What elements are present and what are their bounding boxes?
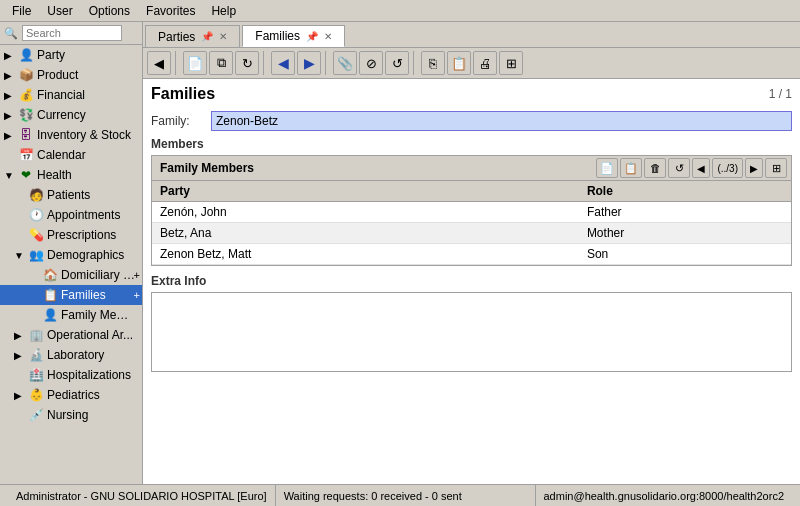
form-toolbar: ◀ 📄 ⧉ ↻ ◀ ▶ 📎 ⊘ ↺ ⎘ 📋 🖨 ⊞: [143, 48, 800, 79]
sidebar-item-product[interactable]: ▶ 📦 Product: [0, 65, 142, 85]
undo-button[interactable]: ↺: [385, 51, 409, 75]
expand-icon: ▶: [4, 110, 18, 121]
sidebar-item-label: Product: [37, 68, 138, 82]
table-copy-btn[interactable]: 📋: [620, 158, 642, 178]
form-body: Family: document.querySelector('[data-na…: [143, 107, 800, 484]
family-members-table-container: Family Members 📄 📋 🗑 ↺ ◀ (../3) ▶ ⊞: [151, 155, 792, 266]
tab-families-close[interactable]: ✕: [324, 31, 332, 42]
search-icon: 🔍: [4, 27, 18, 40]
sidebar-item-laboratory[interactable]: ▶ 🔬 Laboratory: [0, 345, 142, 365]
tab-parties-label: Parties: [158, 30, 195, 44]
tab-families-pin: 📌: [306, 31, 318, 42]
sidebar-item-label: Calendar: [37, 148, 138, 162]
menu-file[interactable]: File: [4, 2, 39, 20]
toolbar-sep-4: [413, 51, 417, 75]
patients-icon: 🧑: [28, 187, 44, 203]
sidebar-item-label: Domiciliary Un...: [61, 268, 138, 282]
menu-help[interactable]: Help: [203, 2, 244, 20]
table-new-btn[interactable]: 📄: [596, 158, 618, 178]
sidebar-item-pediatrics[interactable]: ▶ 👶 Pediatrics: [0, 385, 142, 405]
expand-icon: ▶: [4, 70, 18, 81]
sidebar-item-label: Demographics: [47, 248, 138, 262]
cell-party: Betz, Ana: [152, 223, 579, 244]
cell-party: Zenon Betz, Matt: [152, 244, 579, 265]
sidebar-item-label: Hospitalizations: [47, 368, 138, 382]
table-expand-btn[interactable]: ⊞: [765, 158, 787, 178]
inventory-icon: 🗄: [18, 127, 34, 143]
sidebar-item-label: Operational Ar...: [47, 328, 138, 342]
grid-button[interactable]: ⊞: [499, 51, 523, 75]
menu-options[interactable]: Options: [81, 2, 138, 20]
sidebar-item-hospitalizations[interactable]: ▶ 🏥 Hospitalizations: [0, 365, 142, 385]
sidebar-item-label: Pediatrics: [47, 388, 138, 402]
sidebar-item-calendar[interactable]: ▶ 📅 Calendar: [0, 145, 142, 165]
status-right: admin@health.gnusolidario.org:8000/healt…: [536, 485, 793, 506]
cell-role: Father: [579, 202, 791, 223]
sidebar-item-label: Appointments: [47, 208, 138, 222]
back-button[interactable]: ◀: [147, 51, 171, 75]
menu-favorites[interactable]: Favorites: [138, 2, 203, 20]
sidebar-item-label: Nursing: [47, 408, 138, 422]
add-families-icon[interactable]: +: [134, 289, 140, 301]
table-next-btn[interactable]: ▶: [745, 158, 763, 178]
members-section: Members: [151, 137, 792, 151]
expand-icon: ▼: [4, 170, 18, 181]
sidebar: 🔍 ▶ 👤 Party ▶ 📦 Product ▶ 💰 Financial ▶ …: [0, 22, 143, 484]
sidebar-item-operational[interactable]: ▶ 🏢 Operational Ar...: [0, 325, 142, 345]
sidebar-item-prescriptions[interactable]: ▶ 💊 Prescriptions: [0, 225, 142, 245]
duplicate-button[interactable]: ⧉: [209, 51, 233, 75]
extra-label: Extra Info: [151, 274, 792, 288]
expand-icon: ▶: [14, 330, 28, 341]
product-icon: 📦: [18, 67, 34, 83]
table-prev-btn[interactable]: ◀: [692, 158, 710, 178]
sidebar-item-nursing[interactable]: ▶ 💉 Nursing: [0, 405, 142, 425]
tab-parties[interactable]: Parties 📌 ✕: [145, 25, 240, 47]
content-area: Parties 📌 ✕ Families 📌 ✕ ◀ 📄 ⧉ ↻ ◀ ▶: [143, 22, 800, 484]
sidebar-item-label: Prescriptions: [47, 228, 138, 242]
status-left: Administrator - GNU SOLIDARIO HOSPITAL […: [8, 485, 276, 506]
tab-families[interactable]: Families 📌 ✕: [242, 25, 345, 47]
refresh-button[interactable]: ↻: [235, 51, 259, 75]
sidebar-item-demographics[interactable]: ▼ 👥 Demographics: [0, 245, 142, 265]
expand-icon: ▶: [4, 130, 18, 141]
demographics-icon: 👥: [28, 247, 44, 263]
page-count: 1 / 1: [769, 87, 792, 101]
financial-icon: 💰: [18, 87, 34, 103]
table-delete-btn[interactable]: 🗑: [644, 158, 666, 178]
paste-button[interactable]: 📋: [447, 51, 471, 75]
sidebar-item-appointments[interactable]: ▶ 🕐 Appointments: [0, 205, 142, 225]
table-row[interactable]: Zenón, JohnFather: [152, 202, 791, 223]
sidebar-item-currency[interactable]: ▶ 💱 Currency: [0, 105, 142, 125]
familymembers-icon: 👤: [42, 307, 58, 323]
extra-section: Extra Info: [151, 274, 792, 372]
print-button[interactable]: 🖨: [473, 51, 497, 75]
menubar: File User Options Favorites Help: [0, 0, 800, 22]
sidebar-item-domiciliary[interactable]: ▶ 🏠 Domiciliary Un... +: [0, 265, 142, 285]
sidebar-item-families[interactable]: ▶ 📋 Families +: [0, 285, 142, 305]
family-input[interactable]: [211, 111, 792, 131]
tab-parties-pin: 📌: [201, 31, 213, 42]
menu-user[interactable]: User: [39, 2, 80, 20]
sidebar-item-health[interactable]: ▼ ❤ Health: [0, 165, 142, 185]
next-button[interactable]: ▶: [297, 51, 321, 75]
attach-button[interactable]: 📎: [333, 51, 357, 75]
sidebar-item-label: Families: [61, 288, 138, 302]
table-undo-btn[interactable]: ↺: [668, 158, 690, 178]
sidebar-search[interactable]: [22, 25, 122, 41]
tab-parties-close[interactable]: ✕: [219, 31, 227, 42]
add-icon[interactable]: +: [134, 269, 140, 281]
prev-button[interactable]: ◀: [271, 51, 295, 75]
expand-icon: ▶: [14, 390, 28, 401]
sidebar-item-inventory[interactable]: ▶ 🗄 Inventory & Stock: [0, 125, 142, 145]
sidebar-item-familymembers[interactable]: ▶ 👤 Family Membe...: [0, 305, 142, 325]
sidebar-item-financial[interactable]: ▶ 💰 Financial: [0, 85, 142, 105]
table-row[interactable]: Zenon Betz, MattSon: [152, 244, 791, 265]
sidebar-item-patients[interactable]: ▶ 🧑 Patients: [0, 185, 142, 205]
clear-button[interactable]: ⊘: [359, 51, 383, 75]
statusbar: Administrator - GNU SOLIDARIO HOSPITAL […: [0, 484, 800, 506]
copy-button[interactable]: ⎘: [421, 51, 445, 75]
table-row[interactable]: Betz, AnaMother: [152, 223, 791, 244]
new-button[interactable]: 📄: [183, 51, 207, 75]
sidebar-item-party[interactable]: ▶ 👤 Party: [0, 45, 142, 65]
appointments-icon: 🕐: [28, 207, 44, 223]
